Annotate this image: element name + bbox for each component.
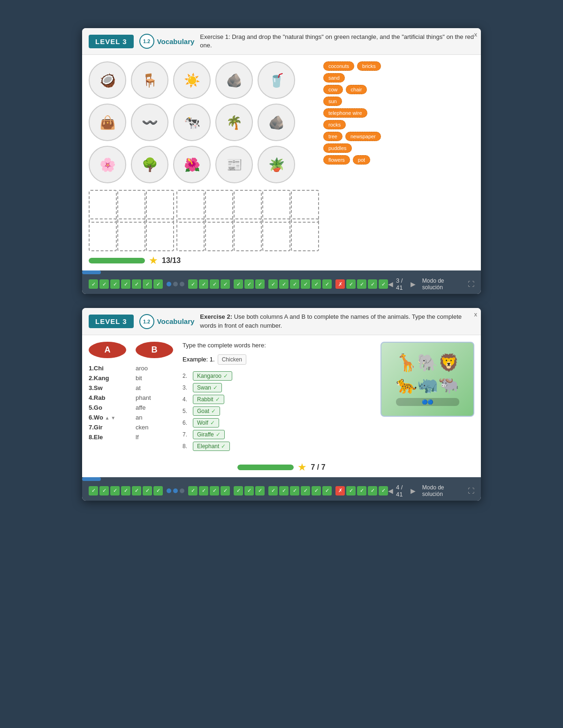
nav-prev-1[interactable]: ◀ <box>388 280 393 288</box>
answer-row-3: 3. Swan ✓ <box>183 383 371 392</box>
progress-bar-bg-2 <box>237 465 294 470</box>
tag-pot[interactable]: pot <box>353 155 370 165</box>
tag-cow[interactable]: cow <box>323 85 343 94</box>
col-a-items: 1.Chi 2.Kang 3.Sw 4.Rab 5.Go 6.Wo ▲ ▼ 7.… <box>89 365 126 441</box>
answer-row-5: 5. Goat ✓ <box>183 406 371 416</box>
dot2-24: ✓ <box>368 486 377 495</box>
tag-puddles[interactable]: puddles <box>323 143 352 153</box>
tag-coconuts[interactable]: coconuts <box>323 61 354 71</box>
drop-box-15[interactable] <box>262 218 290 251</box>
check-group-1: ✓ ✓ ✓ ✓ ✓ ✓ ✓ <box>89 279 163 289</box>
check-3: ✓ <box>213 384 218 391</box>
solution-btn-2[interactable]: Modo de solución <box>422 484 461 497</box>
fullscreen-icon-1[interactable]: ⛶ <box>468 280 474 288</box>
drop-box-7[interactable] <box>176 190 205 223</box>
scroll-area-1 <box>82 270 481 274</box>
vocab-badge-2: 1.2 <box>139 314 154 329</box>
tag-sun[interactable]: sun <box>323 97 342 106</box>
drop-box-9[interactable] <box>234 190 262 223</box>
word-tag-row-7: tree newspaper <box>323 132 474 141</box>
col-b-item-5: affe <box>136 404 173 411</box>
dot-23: ✓ <box>357 279 366 289</box>
drop-box-11[interactable] <box>291 190 319 223</box>
drop-box-16[interactable] <box>291 218 319 251</box>
drop-box-5[interactable] <box>117 218 145 251</box>
dot-20: ✓ <box>322 279 332 289</box>
answer-num-6: 6. <box>183 420 190 426</box>
word-tag-row-6: rocks <box>323 120 474 129</box>
answer-word-7: Giraffe <box>197 431 214 438</box>
col-a-item-1: 1.Chi <box>89 365 126 372</box>
close-button-1[interactable]: x <box>474 31 478 38</box>
scroll-thumb-1 <box>82 270 101 274</box>
answer-row-8: 8. Elephant ✓ <box>183 442 371 451</box>
tag-chair[interactable]: chair <box>346 85 367 94</box>
page-number-2: 4 / 41 <box>396 484 408 498</box>
scroll-dots-2 <box>167 488 184 493</box>
img-flower2: 🌺 <box>173 146 211 183</box>
answer-box-6: Wolf ✓ <box>193 418 219 428</box>
dot2-5: ✓ <box>132 486 141 495</box>
nav-prev-2[interactable]: ◀ <box>388 487 393 495</box>
fullscreen-icon-2[interactable]: ⛶ <box>468 487 474 495</box>
word-tag-row-3: cow chair <box>323 85 474 94</box>
dot2-6: ✓ <box>143 486 152 495</box>
tag-flowers[interactable]: flowers <box>323 155 350 165</box>
tag-sand[interactable]: sand <box>323 73 345 83</box>
progress-row-2: ★ 7 / 7 <box>82 458 481 477</box>
img-rocks: 🪨 <box>258 104 295 141</box>
check-group-2: ✓ ✓ ✓ ✓ <box>188 279 230 289</box>
tag-bricks[interactable]: bricks <box>357 61 381 71</box>
dot2-25: ✓ <box>379 486 388 495</box>
answer-word-5: Goat <box>197 408 209 414</box>
img-sand: 🪨 <box>215 61 253 99</box>
nav-next-1[interactable]: ▶ <box>411 280 416 288</box>
answer-num-8: 8. <box>183 443 190 450</box>
tag-telephone-wire[interactable]: telephone wire <box>323 108 367 118</box>
drop-box-13[interactable] <box>205 218 233 251</box>
dot-13: ✓ <box>244 279 254 289</box>
nav-next-2[interactable]: ▶ <box>411 487 416 495</box>
tag-rocks[interactable]: rocks <box>323 120 346 129</box>
img-pot: 🪴 <box>258 146 295 183</box>
dot-16: ✓ <box>279 279 289 289</box>
type-instruction: Type the complete words here: <box>183 342 371 349</box>
solution-btn-1[interactable]: Modo de solución <box>422 278 461 291</box>
answer-box-4: Rabbit ✓ <box>193 395 224 404</box>
dot-10: ✓ <box>210 279 219 289</box>
drop-box-3[interactable] <box>146 190 174 223</box>
col-b-items: aroo bit at phant affe an cken lf <box>136 365 173 441</box>
dot-22: ✓ <box>346 279 356 289</box>
answer-box-8: Elephant ✓ <box>193 442 230 451</box>
dot-14: ✓ <box>255 279 265 289</box>
right-section: Type the complete words here: Example: 1… <box>183 342 371 451</box>
answer-row-6: 6. Wolf ✓ <box>183 418 371 428</box>
vocab-label-1: Vocabulary <box>157 38 195 45</box>
dot2-8: ✓ <box>188 486 198 495</box>
col-a-header: A <box>89 342 126 358</box>
img-beach: 🌴 <box>215 104 253 141</box>
img-wire: 〰️ <box>131 104 168 141</box>
dot-18: ✓ <box>301 279 310 289</box>
drop-box-6[interactable] <box>146 218 174 251</box>
drop-box-8[interactable] <box>205 190 233 223</box>
star-icon-1: ★ <box>149 255 158 267</box>
dot2-21: ✗ <box>335 486 345 495</box>
drop-box-1[interactable] <box>89 190 117 223</box>
answer-num-7: 7. <box>183 431 190 438</box>
drop-box-2[interactable] <box>117 190 145 223</box>
progress-bar-bg-1 <box>89 258 145 263</box>
drop-box-14[interactable] <box>234 218 262 251</box>
example-input: Chicken <box>218 354 246 365</box>
close-button-2[interactable]: x <box>474 311 478 318</box>
drop-box-10[interactable] <box>262 190 290 223</box>
nav-page-1: ◀ 3 / 41 ▶ <box>388 277 416 291</box>
answer-word-8: Elephant <box>197 443 219 450</box>
level-badge-1: LEVEL 3 <box>89 35 134 48</box>
tag-newspaper[interactable]: newspaper <box>345 132 381 141</box>
page-dot-1a <box>167 282 171 286</box>
drop-box-4[interactable] <box>89 218 117 251</box>
tag-tree[interactable]: tree <box>323 132 342 141</box>
img-sun: ☀️ <box>173 61 211 99</box>
drop-box-12[interactable] <box>176 218 205 251</box>
